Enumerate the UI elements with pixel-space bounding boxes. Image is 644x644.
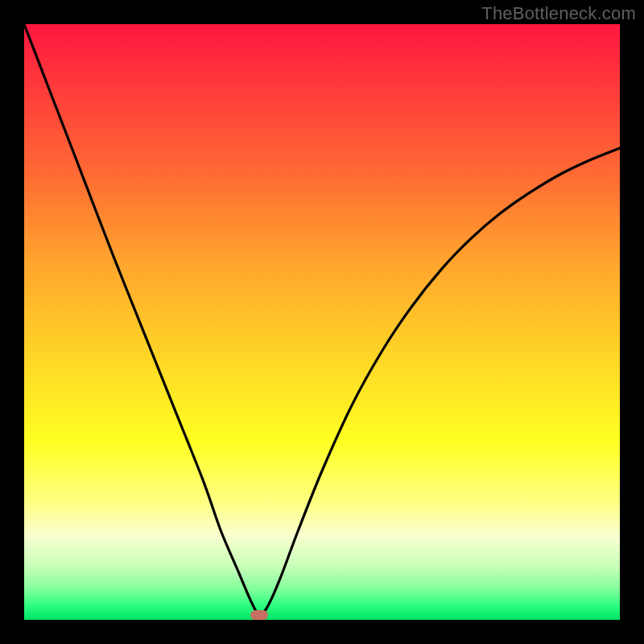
- minimum-marker: [250, 610, 268, 620]
- bottleneck-curve-path: [24, 24, 620, 615]
- watermark-label: TheBottleneck.com: [481, 3, 636, 24]
- bottleneck-curve-svg: [24, 24, 620, 620]
